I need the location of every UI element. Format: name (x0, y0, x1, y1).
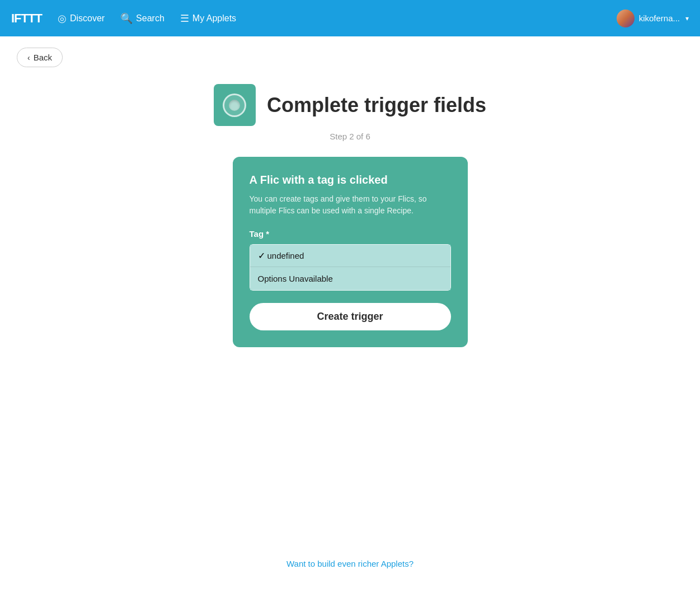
my-applets-label: My Applets (192, 13, 236, 24)
chevron-down-icon: ▾ (685, 15, 689, 22)
search-icon: 🔍 (120, 12, 133, 25)
card-description: You can create tags and give them to you… (250, 193, 451, 217)
richer-applets-link[interactable]: Want to build even richer Applets? (286, 559, 414, 568)
service-icon-inner (223, 94, 246, 117)
tag-dropdown[interactable]: ✓ undefined Options Unavailable (250, 244, 451, 291)
discover-link[interactable]: ◎ Discover (58, 12, 105, 25)
back-section: ‹ Back (0, 36, 700, 78)
step-indicator: Step 2 of 6 (330, 132, 370, 141)
eye-icon: ◎ (58, 12, 67, 25)
user-menu[interactable]: kikoferna... ▾ (617, 10, 689, 27)
unavailable-label: Options Unavailable (258, 274, 333, 283)
checkmark-icon: ✓ (258, 250, 265, 261)
dropdown-selected-row[interactable]: ✓ undefined (250, 245, 450, 267)
dropdown-selected-value: undefined (267, 251, 304, 260)
search-label: Search (136, 13, 165, 24)
create-trigger-button[interactable]: Create trigger (250, 303, 451, 330)
back-label: Back (34, 53, 52, 62)
card-title: A Flic with a tag is clicked (250, 174, 451, 186)
search-link[interactable]: 🔍 Search (120, 12, 165, 25)
service-icon (214, 84, 256, 126)
ifttt-logo[interactable]: IFTTT (11, 11, 42, 26)
trigger-header: Complete trigger fields (214, 84, 486, 126)
navbar: IFTTT ◎ Discover 🔍 Search ☰ My Applets k… (0, 0, 700, 36)
avatar (617, 10, 635, 27)
tag-field-label: Tag * (250, 229, 451, 239)
page-title: Complete trigger fields (267, 94, 486, 117)
user-name: kikoferna... (639, 13, 680, 23)
back-arrow-icon: ‹ (27, 53, 30, 62)
dropdown-unavailable-option: Options Unavailable (250, 267, 450, 290)
my-applets-link[interactable]: ☰ My Applets (180, 12, 236, 25)
navbar-left: IFTTT ◎ Discover 🔍 Search ☰ My Applets (11, 11, 236, 26)
dropdown-container: ✓ undefined Options Unavailable (250, 244, 451, 291)
back-button[interactable]: ‹ Back (17, 48, 63, 67)
applets-icon: ☰ (180, 12, 189, 25)
discover-label: Discover (70, 13, 105, 24)
main-content: Complete trigger fields Step 2 of 6 A Fl… (0, 78, 700, 347)
trigger-card: A Flic with a tag is clicked You can cre… (233, 157, 468, 347)
